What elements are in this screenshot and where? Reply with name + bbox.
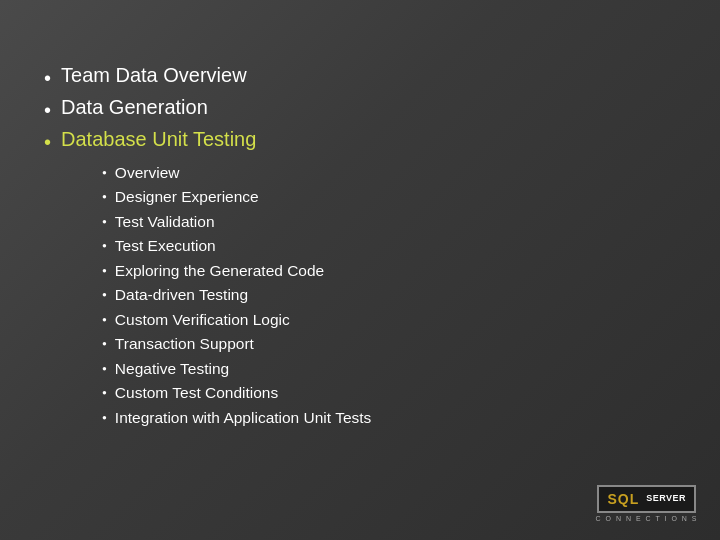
logo-connections-text: C O N N E C T I O N S bbox=[596, 515, 698, 522]
logo-box: SQL SERVER bbox=[597, 485, 696, 513]
sub-bullet-item: ●Transaction Support bbox=[102, 333, 676, 355]
sub-bullets-list: ●Overview●Designer Experience●Test Valid… bbox=[102, 162, 676, 429]
sub-bullet-item: ●Overview bbox=[102, 162, 676, 184]
sub-bullet-text: Custom Test Conditions bbox=[115, 382, 278, 404]
sub-dot: ● bbox=[102, 191, 107, 203]
bullet-dot: • bbox=[44, 96, 51, 124]
logo-sql-text: SQL bbox=[607, 491, 639, 507]
sub-bullet-text: Custom Verification Logic bbox=[115, 309, 290, 331]
sub-dot: ● bbox=[102, 387, 107, 399]
top-bullets-list: •Team Data Overview•Data Generation•Data… bbox=[44, 64, 676, 156]
logo-server-text: SERVER bbox=[646, 494, 686, 504]
sub-bullet-text: Integration with Application Unit Tests bbox=[115, 407, 371, 429]
sub-dot: ● bbox=[102, 314, 107, 326]
sub-bullet-item: ●Custom Verification Logic bbox=[102, 309, 676, 331]
sub-bullet-text: Exploring the Generated Code bbox=[115, 260, 324, 282]
sub-dot: ● bbox=[102, 167, 107, 179]
bullet-dot: • bbox=[44, 64, 51, 92]
logo-area: SQL SERVER C O N N E C T I O N S bbox=[596, 485, 698, 522]
sub-bullet-item: ●Integration with Application Unit Tests bbox=[102, 407, 676, 429]
top-bullet-item: •Data Generation bbox=[44, 96, 676, 124]
sub-bullet-item: ●Custom Test Conditions bbox=[102, 382, 676, 404]
sub-dot: ● bbox=[102, 412, 107, 424]
sub-bullet-text: Test Validation bbox=[115, 211, 215, 233]
sub-bullet-item: ●Data-driven Testing bbox=[102, 284, 676, 306]
sub-dot: ● bbox=[102, 265, 107, 277]
sub-dot: ● bbox=[102, 363, 107, 375]
sub-bullet-text: Designer Experience bbox=[115, 186, 259, 208]
sub-bullet-text: Test Execution bbox=[115, 235, 216, 257]
top-bullet-item: •Team Data Overview bbox=[44, 64, 676, 92]
sub-bullet-item: ●Negative Testing bbox=[102, 358, 676, 380]
bullet-text: Team Data Overview bbox=[61, 64, 247, 87]
bullet-text: Data Generation bbox=[61, 96, 208, 119]
sub-dot: ● bbox=[102, 240, 107, 252]
sub-bullet-item: ●Test Execution bbox=[102, 235, 676, 257]
sub-dot: ● bbox=[102, 338, 107, 350]
top-bullet-item: •Database Unit Testing bbox=[44, 128, 676, 156]
sub-bullet-item: ●Designer Experience bbox=[102, 186, 676, 208]
logo-wrapper: SQL SERVER C O N N E C T I O N S bbox=[596, 485, 698, 522]
sub-bullet-item: ●Test Validation bbox=[102, 211, 676, 233]
sub-dot: ● bbox=[102, 289, 107, 301]
bullet-text: Database Unit Testing bbox=[61, 128, 256, 151]
sub-bullet-text: Overview bbox=[115, 162, 180, 184]
sub-bullet-text: Data-driven Testing bbox=[115, 284, 248, 306]
sub-bullet-item: ●Exploring the Generated Code bbox=[102, 260, 676, 282]
sub-dot: ● bbox=[102, 216, 107, 228]
sub-bullet-text: Negative Testing bbox=[115, 358, 229, 380]
slide: •Team Data Overview•Data Generation•Data… bbox=[0, 0, 720, 540]
bullet-dot: • bbox=[44, 128, 51, 156]
sub-bullet-text: Transaction Support bbox=[115, 333, 254, 355]
